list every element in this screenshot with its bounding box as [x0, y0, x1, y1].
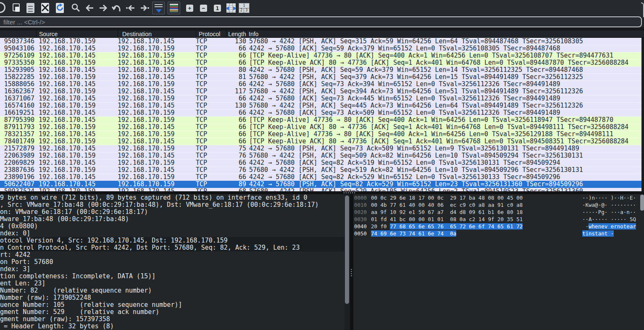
column-header-time[interactable]	[0, 30, 36, 37]
packet-row[interactable]: 97335350192.168.170.159192.168.170.145TC…	[0, 59, 644, 66]
auto-scroll-icon[interactable]	[152, 2, 165, 14]
close-file-icon[interactable]	[40, 3, 50, 13]
hex-bytes: aa 9f 10 92 e1 50 67 a7 d4 d8 09 61 b1 6…	[371, 209, 523, 216]
packet-row[interactable]: 50622407192.168.170.145192.168.170.159TC…	[0, 181, 644, 188]
detail-tree-line[interactable]: Mware_17:ba:48 (00:0c:29:17:ba:48)	[0, 216, 344, 223]
last-packet-icon[interactable]	[139, 3, 150, 13]
reload-file-icon[interactable]	[55, 3, 65, 13]
packet-source: 192.168.170.145	[36, 159, 118, 166]
packet-destination: 192.168.170.159	[118, 95, 196, 102]
hex-row[interactable]: 000000 0c 29 6e 18 17 00 0c 29 17 ba 48 …	[353, 194, 644, 201]
detail-tree-line[interactable]: Number (raw): 1739052248	[0, 294, 344, 301]
colorize-icon[interactable]	[168, 2, 180, 14]
details-scrollbar-thumb[interactable]	[345, 195, 349, 304]
detail-tree-line[interactable]: ndex: 3]	[0, 266, 344, 273]
display-filter-input[interactable]: filter ... <Ctrl-/>	[0, 16, 642, 27]
zoom-reset-icon[interactable]: 1	[214, 5, 221, 12]
packet-row[interactable]: 22069829192.168.170.145192.168.170.159TC…	[0, 159, 644, 166]
packet-details-pane: 9 bytes on wire (712 bits), 89 bytes cap…	[0, 194, 344, 330]
detail-tree-line[interactable]: 4 (0x0800)	[0, 223, 344, 230]
packet-source: 192.168.170.145	[36, 116, 118, 124]
detail-tree-line[interactable]: rt: 4242	[0, 251, 344, 259]
detail-tree-line[interactable]: = Header Length: 32 bytes (8)	[0, 323, 344, 330]
column-layout-icon[interactable]: 1 2 3	[239, 3, 250, 13]
detail-tree-line[interactable]: gment Number: 529 (relative ack number)	[0, 309, 344, 316]
packet-info: 57680 → 4242 [PSH, ACK] Seq=519 Ack=82 W…	[246, 166, 644, 174]
column-header-destination[interactable]: Destination	[118, 30, 196, 37]
packet-length: 66	[226, 124, 246, 131]
packet-row[interactable]: 22063989192.168.170.159192.168.170.145TC…	[0, 152, 644, 159]
forward-arrow-icon[interactable]	[98, 3, 108, 13]
detail-tree-line[interactable]: Number: 82 (relative sequence number)	[0, 287, 344, 294]
binary-file-shape	[26, 3, 34, 13]
packet-row[interactable]: 21572879192.168.170.145192.168.170.159TC…	[0, 145, 644, 152]
detail-tree-line[interactable]: on Port: 57680	[0, 259, 344, 266]
packet-time: 87911793	[0, 124, 36, 131]
packet-row[interactable]: 97256109192.168.170.145192.168.170.159TC…	[0, 52, 644, 59]
layout-cell-2: 2	[239, 8, 244, 13]
back-arrow-icon[interactable]	[84, 3, 95, 13]
hex-row[interactable]: 001000 4b 77 61 40 00 40 06 ec c9 c0 a8 …	[353, 201, 644, 209]
detail-tree-line[interactable]: on: VMware_6e:18:17 (00:0c:29:6e:18:17)	[0, 209, 344, 216]
packet-source: 192.168.170.145	[36, 52, 118, 59]
column-header-protocol[interactable]: Protocol	[196, 30, 226, 37]
hex-ascii: ·Kwa@·@· ········	[582, 201, 636, 209]
zoom-out-icon[interactable]: −	[200, 5, 207, 12]
left-triangle-shape	[226, 6, 229, 11]
column-header-info[interactable]: Info	[246, 30, 644, 37]
packet-row[interactable]: 87795390192.168.170.145192.168.170.159TC…	[0, 116, 644, 124]
packet-row[interactable]: 78401749192.168.170.159192.168.170.145TC…	[0, 138, 644, 145]
hex-row[interactable]: 005074 69 6e 73 74 61 6e 74 0atinstant ·	[353, 230, 644, 237]
binary-file-icon[interactable]	[26, 3, 36, 13]
goto-packet-icon[interactable]	[112, 3, 122, 13]
packet-time: 22063989	[0, 152, 36, 159]
horizontal-splitter[interactable]	[0, 191, 644, 194]
copy-pages-icon[interactable]	[11, 3, 21, 13]
packet-destination: 192.168.170.145	[118, 102, 196, 109]
detail-tree-line[interactable]: gment number (raw): 157397358	[0, 316, 344, 323]
detail-tree-line[interactable]: ndex: 0]	[0, 230, 344, 237]
column-header-length[interactable]: Length	[226, 30, 246, 37]
detail-tree-line[interactable]: , Src: VMware_17:ba:48 (00:0c:29:17:ba:4…	[0, 201, 344, 209]
hex-row[interactable]: 004020 f0 77 68 65 6e 65 76 65 72 6e 6f …	[353, 223, 644, 230]
packet-source: 192.168.170.145	[36, 95, 118, 102]
packet-protocol: TCP	[196, 109, 226, 116]
hex-scrollbar-thumb[interactable]	[640, 195, 644, 211]
details-scrollbar[interactable]	[344, 194, 350, 330]
packet-row[interactable]: 78321357192.168.170.145192.168.170.159TC…	[0, 131, 644, 138]
packet-row[interactable]: 16619251192.168.170.145192.168.170.159TC…	[0, 109, 644, 116]
hex-row[interactable]: 003001 fd 41 bc 00 00 01 01 08 0a c2 14 …	[353, 216, 644, 223]
packet-info: 57680 → 4242 [PSH, ACK] Seq=379 Ack=73 W…	[246, 74, 644, 81]
packet-row[interactable]: 16362367192.168.170.159192.168.170.145TC…	[0, 88, 644, 95]
detail-tree-line[interactable]: ent Len: 23]	[0, 280, 344, 287]
packet-row[interactable]: 23890196192.168.170.145192.168.170.159TC…	[0, 174, 644, 181]
restart-capture-icon[interactable]	[0, 2, 5, 13]
first-packet-icon[interactable]	[126, 3, 136, 13]
detail-tree-line[interactable]: n Control Protocol, Src Port: 4242, Dst …	[0, 244, 344, 251]
search-icon[interactable]	[71, 3, 81, 13]
packet-row[interactable]: 16574160192.168.170.159192.168.170.145TC…	[0, 102, 644, 109]
packet-row[interactable]: 23887636192.168.170.159192.168.170.145TC…	[0, 166, 644, 174]
packet-info: [TCP Keep-Alive ACK] 80 → 47736 [ACK] Se…	[246, 124, 644, 131]
packet-row[interactable]: 87911793192.168.170.159192.168.170.145TC…	[0, 124, 644, 131]
packet-time: 15822285	[0, 74, 36, 81]
packet-row[interactable]: 15293905192.168.170.145192.168.170.159TC…	[0, 66, 644, 74]
column-header-source[interactable]: Source	[36, 30, 118, 37]
detail-tree-line[interactable]: tion completeness: Incomplete, DATA (15)…	[0, 273, 344, 280]
packet-row[interactable]: 50937524192.168.170.159192.168.170.145TC…	[0, 188, 644, 191]
packet-row[interactable]: 16371067192.168.170.145192.168.170.159TC…	[0, 95, 644, 102]
hex-row[interactable]: 0020aa 9f 10 92 e1 50 67 a7 d4 d8 09 61 …	[353, 209, 644, 216]
packet-row[interactable]: 95043106192.168.170.145192.168.170.159TC…	[0, 45, 644, 52]
packet-list-scrollbar[interactable]	[641, 38, 644, 191]
splitter-handle-dots[interactable]	[351, 269, 352, 277]
zoom-in-icon[interactable]: +	[186, 5, 193, 12]
packet-row[interactable]: 95037346192.168.170.159192.168.170.145TC…	[0, 38, 644, 45]
vertical-splitter[interactable]	[350, 194, 353, 330]
detail-tree-line[interactable]: uence Number: 105 (relative sequence num…	[0, 301, 344, 309]
packet-row[interactable]: 15888056192.168.170.145192.168.170.159TC…	[0, 81, 644, 88]
detail-tree-line[interactable]: otocol Version 4, Src: 192.168.170.145, …	[0, 237, 344, 244]
packet-row[interactable]: 15822285192.168.170.159192.168.170.145TC…	[0, 74, 644, 81]
detail-tree-line[interactable]: 9 bytes on wire (712 bits), 89 bytes cap…	[0, 194, 344, 201]
splitter-handle-dots[interactable]	[344, 192, 355, 193]
resize-columns-icon[interactable]	[226, 3, 237, 13]
